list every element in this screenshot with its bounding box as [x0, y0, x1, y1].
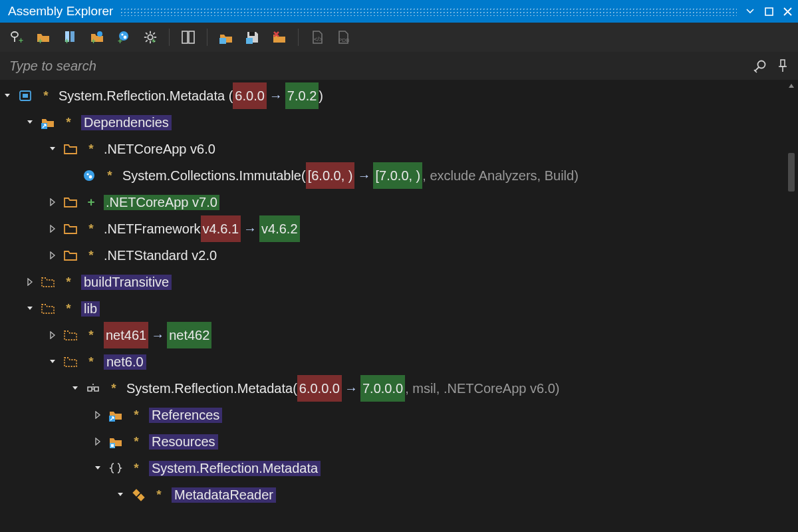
package-button[interactable]	[214, 25, 238, 49]
open-reference-button[interactable]: +	[85, 25, 109, 49]
tree-node-assembly[interactable]: * System.Reflection.Metadata ( 6.0.0.0 →…	[1, 375, 785, 402]
svg-rect-23	[182, 31, 188, 43]
svg-point-11	[124, 36, 127, 39]
tree-node-net60[interactable]: * net6.0	[1, 348, 785, 375]
tree-node-netcoreapp6[interactable]: * .NETCoreApp v6.0	[1, 136, 785, 162]
open-nuget-button[interactable]: +	[112, 25, 136, 49]
folder-icon	[63, 141, 78, 157]
settings-button[interactable]: +	[138, 25, 162, 49]
tree-node-netframework[interactable]: * .NETFramework v4.6.1 → v4.6.2	[1, 215, 785, 242]
folder-outline-icon	[63, 327, 78, 343]
titlebar-texture	[120, 0, 737, 23]
scroll-up-icon[interactable]	[785, 80, 798, 92]
export-xml-button[interactable]: </>	[305, 25, 329, 49]
tree-node-netcoreapp7[interactable]: + .NETCoreApp v7.0	[1, 189, 785, 215]
search-input[interactable]	[9, 59, 746, 74]
node-label: Resources	[149, 434, 218, 450]
node-label: System.Reflection.Metadata	[149, 461, 321, 476]
status-added-icon: +	[85, 195, 97, 209]
svg-point-39	[86, 173, 88, 175]
toolbar-separator	[298, 29, 299, 46]
svg-rect-32	[781, 60, 785, 66]
expander-icon[interactable]	[47, 196, 59, 208]
status-modified-icon: *	[153, 487, 165, 502]
tree-node-net46x[interactable]: * net461 → net462	[1, 322, 785, 348]
expander-icon[interactable]	[1, 90, 13, 102]
svg-text:+: +	[65, 37, 69, 45]
search-go-icon[interactable]	[751, 57, 769, 74]
expander-icon[interactable]	[24, 116, 36, 128]
tree-node-dependencies[interactable]: * Dependencies	[1, 109, 785, 136]
expander-icon[interactable]	[24, 276, 36, 288]
tree-node-type[interactable]: * MetadataReader	[1, 481, 785, 508]
node-label: .NETCoreApp v7.0	[104, 195, 219, 210]
status-modified-icon: *	[85, 221, 97, 236]
node-label: System.Reflection.Metadata	[126, 375, 293, 402]
version-old: 6.0.0.0	[297, 375, 342, 402]
vertical-scrollbar[interactable]	[785, 80, 798, 532]
expander-icon[interactable]	[47, 356, 59, 368]
svg-text:+: +	[38, 37, 43, 45]
node-label: System.Collections.Immutable	[122, 162, 301, 189]
svg-point-40	[89, 176, 92, 179]
tree-node-namespace[interactable]: * System.Reflection.Metadata	[1, 455, 785, 481]
tree-node-resources[interactable]: * Resources	[1, 428, 785, 455]
tree-node-package-root[interactable]: * System.Reflection.Metadata ( 6.0.0 → 7…	[1, 82, 785, 109]
tree-node-lib[interactable]: * lib	[1, 295, 785, 322]
status-modified-icon: *	[85, 328, 97, 342]
arrow-icon: →	[148, 322, 167, 348]
svg-line-21	[153, 33, 155, 35]
expander-icon[interactable]	[47, 223, 59, 235]
svg-rect-42	[94, 387, 98, 391]
expander-icon[interactable]	[47, 249, 59, 261]
expander-icon[interactable]	[47, 329, 59, 341]
title-bar: Assembly Explorer	[0, 0, 798, 23]
resources-icon	[108, 434, 124, 450]
node-label: References	[149, 408, 222, 423]
expander-icon[interactable]	[92, 436, 104, 448]
tree-view[interactable]: * System.Reflection.Metadata ( 6.0.0 → 7…	[0, 80, 785, 532]
expander-icon[interactable]	[114, 489, 126, 501]
svg-text:+: +	[118, 37, 122, 45]
save-button[interactable]	[241, 25, 265, 49]
pin-icon[interactable]	[774, 57, 791, 74]
layout-button[interactable]	[176, 25, 200, 49]
expander-icon[interactable]	[24, 303, 36, 315]
version-old: 6.0.0	[233, 82, 266, 109]
remove-button[interactable]	[267, 25, 291, 49]
expander-icon[interactable]	[47, 143, 59, 155]
export-pdb-button[interactable]: PDB	[332, 25, 356, 49]
toolbar-separator	[207, 29, 207, 46]
node-label: lib	[81, 301, 100, 317]
window-maximize-button[interactable]	[762, 5, 775, 18]
toolbar: + + + + + + </> PDB	[0, 23, 798, 52]
svg-text:+: +	[152, 37, 156, 45]
tree-node-immutable[interactable]: * System.Collections.Immutable ( [6.0.0,…	[1, 162, 785, 189]
tree-node-buildtransitive[interactable]: * buildTransitive	[1, 269, 785, 295]
expander-icon[interactable]	[92, 462, 104, 474]
folder-icon	[63, 194, 78, 210]
status-modified-icon: *	[130, 434, 142, 449]
svg-rect-5	[70, 31, 74, 42]
version-new: 7.0.2	[285, 82, 319, 109]
status-modified-icon: *	[40, 88, 52, 103]
open-folder-button[interactable]: +	[32, 25, 56, 49]
tree-node-references[interactable]: * References	[1, 402, 785, 428]
node-label: .NETCoreApp v6.0	[104, 142, 215, 157]
expander-icon[interactable]	[92, 409, 104, 421]
nuget-icon	[81, 168, 97, 184]
window-menu-button[interactable]	[743, 5, 757, 18]
expander-icon[interactable]	[69, 382, 81, 394]
node-label: System.Reflection.Metadata	[59, 82, 225, 109]
attach-button[interactable]: +	[5, 25, 29, 49]
tree-node-netstandard[interactable]: * .NETStandard v2.0	[1, 242, 785, 269]
svg-point-38	[84, 170, 94, 181]
window-close-button[interactable]	[781, 5, 794, 18]
folder-shortcut-icon	[108, 407, 124, 423]
window-title: Assembly Explorer	[8, 4, 113, 19]
status-modified-icon: *	[104, 168, 116, 183]
open-assembly-button[interactable]: +	[59, 25, 82, 49]
scroll-thumb[interactable]	[788, 153, 795, 192]
svg-rect-27	[246, 38, 253, 44]
svg-rect-49	[137, 493, 144, 501]
